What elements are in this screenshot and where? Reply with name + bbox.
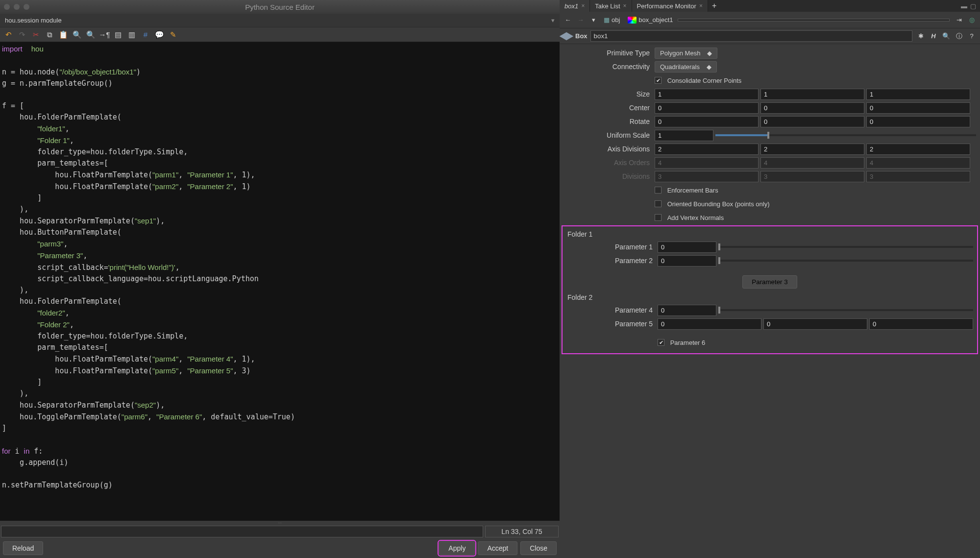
center-y-input[interactable]: [760, 102, 864, 114]
code-editor[interactable]: import hou n = hou.node("/obj/box_object…: [0, 42, 560, 521]
dropdown-icon: ▾: [551, 17, 555, 24]
uniform-scale-input[interactable]: [655, 130, 713, 141]
rotate-x-input[interactable]: [655, 116, 759, 127]
splitter-handle[interactable]: ⋯: [0, 521, 560, 525]
rotate-y-input[interactable]: [760, 116, 864, 127]
path-navigator: ← → ▾ ▦ obj box_object1 ⇥ ◎: [560, 12, 980, 28]
info-icon[interactable]: ⓘ: [954, 31, 964, 42]
parameter-list: Primitive TypePolygon Mesh◆ Connectivity…: [560, 44, 980, 558]
editor-toolbar: ↶ ↷ ✂ ⧉ 📋 🔍 🔍 →¶ ▤ ▥ # 💬 ✎: [0, 27, 560, 42]
parameter-3-button[interactable]: Parameter 3: [742, 275, 797, 289]
cursor-position: Ln 33, Col 75: [485, 526, 559, 537]
param-label: Connectivity: [564, 63, 655, 71]
tab-take-list[interactable]: Take List×: [590, 0, 632, 12]
python-editor-panel: Python Source Editor hou.session module …: [0, 0, 560, 558]
nav-forward-icon[interactable]: →: [575, 15, 586, 25]
rotate-z-input[interactable]: [866, 116, 970, 127]
chevron-icon: ◆: [707, 49, 712, 57]
help-icon[interactable]: 💬: [154, 29, 165, 40]
parameter-4-slider[interactable]: [718, 309, 973, 311]
minimize-pane-icon[interactable]: ▬: [961, 2, 967, 10]
path-node[interactable]: box_object1: [625, 15, 676, 24]
enforcement-checkbox[interactable]: [655, 187, 662, 194]
primitive-type-select[interactable]: Polygon Mesh◆: [655, 48, 717, 59]
param-label: Primitive Type: [564, 49, 655, 57]
size-z-input[interactable]: [866, 89, 970, 100]
link-icon[interactable]: ◎: [966, 15, 977, 25]
parameter-4-input[interactable]: [658, 305, 716, 316]
module-selector[interactable]: hou.session module ▾: [0, 14, 560, 27]
replace-icon[interactable]: 🔍: [85, 29, 96, 40]
parameter-1-slider[interactable]: [718, 246, 973, 248]
center-x-input[interactable]: [655, 102, 759, 114]
close-icon[interactable]: ×: [623, 2, 627, 9]
goto-icon[interactable]: →¶: [99, 29, 110, 40]
divisions-y-input: [760, 171, 864, 182]
uniform-scale-slider[interactable]: [715, 134, 976, 136]
pin-icon[interactable]: ⇥: [954, 15, 964, 25]
path-obj[interactable]: ▦ obj: [601, 15, 623, 24]
command-input[interactable]: [1, 526, 483, 537]
param-label: Center: [564, 104, 655, 112]
paste-icon[interactable]: 📋: [58, 29, 69, 40]
search-icon[interactable]: 🔍: [72, 29, 82, 40]
outdent-icon[interactable]: ▥: [126, 29, 137, 40]
connectivity-select[interactable]: Quadrilaterals◆: [655, 61, 717, 73]
center-z-input[interactable]: [866, 102, 970, 114]
help-icon[interactable]: ?: [966, 31, 977, 42]
close-button[interactable]: Close: [520, 541, 557, 555]
external-editor-icon[interactable]: ✎: [168, 29, 178, 40]
parameter-panel: box1× Take List× Performance Monitor× + …: [560, 0, 980, 558]
param-label: Parameter 2: [566, 257, 658, 265]
path-input[interactable]: [678, 19, 950, 22]
tab-box1[interactable]: box1×: [560, 0, 590, 12]
param-label: Parameter 5: [566, 320, 658, 328]
consolidate-checkbox[interactable]: [655, 77, 662, 84]
gear-icon[interactable]: ✱: [915, 31, 926, 42]
size-x-input[interactable]: [655, 89, 759, 100]
obb-checkbox[interactable]: [655, 200, 662, 207]
tab-performance[interactable]: Performance Monitor×: [632, 0, 708, 12]
undo-icon[interactable]: ↶: [3, 29, 14, 40]
accept-button[interactable]: Accept: [478, 541, 517, 555]
parameter-2-slider[interactable]: [718, 260, 973, 262]
param-label: Consolidate Corner Points: [667, 77, 742, 84]
param-label: Uniform Scale: [564, 131, 655, 139]
param-label: Rotate: [564, 118, 655, 125]
axisord-y-input: [760, 157, 864, 169]
node-header: Box ✱ H 🔍 ⓘ ?: [560, 28, 980, 44]
param-label: Parameter 6: [670, 339, 706, 346]
parameter-2-input[interactable]: [658, 255, 716, 267]
vnorm-checkbox[interactable]: [655, 214, 662, 221]
search-icon[interactable]: 🔍: [941, 31, 952, 42]
indent-icon[interactable]: ▤: [113, 29, 123, 40]
add-tab-button[interactable]: +: [708, 0, 720, 12]
parameter-5-z-input[interactable]: [869, 318, 973, 330]
redo-icon[interactable]: ↷: [17, 29, 27, 40]
folder-header: Folder 1: [563, 228, 977, 240]
close-icon[interactable]: ×: [699, 2, 703, 9]
parameter-5-y-input[interactable]: [763, 318, 867, 330]
nav-back-icon[interactable]: ←: [563, 15, 573, 25]
axisdiv-x-input[interactable]: [655, 144, 759, 155]
reload-button[interactable]: Reload: [3, 541, 43, 555]
nav-menu-icon[interactable]: ▾: [588, 15, 599, 25]
axisdiv-y-input[interactable]: [760, 144, 864, 155]
apply-button[interactable]: Apply: [439, 541, 475, 555]
parameter-6-checkbox[interactable]: [658, 339, 664, 346]
param-label: Add Vertex Normals: [667, 214, 724, 221]
size-y-input[interactable]: [760, 89, 864, 100]
parameter-5-x-input[interactable]: [658, 318, 761, 330]
divisions-x-input: [655, 171, 759, 182]
close-icon[interactable]: ×: [581, 2, 585, 9]
maximize-pane-icon[interactable]: ▢: [970, 2, 976, 10]
parameter-1-input[interactable]: [658, 242, 716, 253]
copy-icon[interactable]: ⧉: [44, 29, 55, 40]
houdini-icon[interactable]: H: [928, 31, 939, 42]
axisdiv-z-input[interactable]: [866, 144, 970, 155]
node-name-input[interactable]: [590, 30, 912, 42]
axisord-z-input: [866, 157, 970, 169]
param-label: Parameter 1: [566, 243, 658, 251]
comment-icon[interactable]: #: [140, 29, 151, 40]
cut-icon[interactable]: ✂: [30, 29, 41, 40]
